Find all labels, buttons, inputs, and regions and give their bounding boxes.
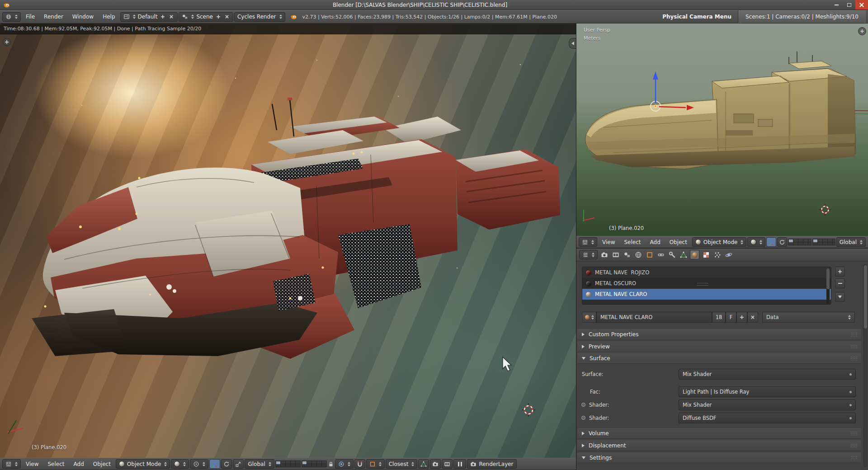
- unlink-material-button[interactable]: [747, 312, 758, 323]
- snap-normal-button[interactable]: [418, 459, 429, 469]
- lock-icon[interactable]: [328, 461, 334, 467]
- world-tab-icon[interactable]: [633, 250, 643, 259]
- material-specials-menu-button[interactable]: [835, 292, 845, 302]
- list-resize-grip[interactable]: [697, 283, 708, 286]
- menu-add[interactable]: Add: [70, 461, 88, 467]
- orientation-dropdown[interactable]: Global: [245, 459, 274, 469]
- menu-object[interactable]: Object: [89, 461, 115, 467]
- panel-surface[interactable]: Surface: [577, 353, 861, 364]
- render-engine-dropdown[interactable]: Cycles Render: [234, 12, 285, 22]
- delete-layout-icon[interactable]: [168, 14, 175, 20]
- menu-help[interactable]: Help: [99, 14, 119, 20]
- add-material-slot-button[interactable]: [835, 267, 845, 277]
- mode-dropdown[interactable]: Object Mode: [116, 459, 170, 469]
- snap-target-dropdown[interactable]: Closest: [386, 459, 418, 469]
- orientation-dropdown-3d[interactable]: Global: [836, 237, 866, 247]
- physics-tab-icon[interactable]: [724, 250, 733, 259]
- add-layout-icon[interactable]: [160, 14, 166, 20]
- material-users-count-button[interactable]: 18: [712, 312, 726, 323]
- particles-tab-icon[interactable]: [712, 250, 722, 259]
- translate-icon: [768, 239, 774, 245]
- shader1-socket-icon[interactable]: [581, 403, 585, 407]
- menu-window[interactable]: Window: [68, 14, 98, 20]
- material-tab-icon[interactable]: [690, 250, 699, 259]
- panel-volume[interactable]: Volume: [577, 428, 861, 439]
- layers-widget[interactable]: [275, 461, 301, 467]
- menu-file[interactable]: File: [22, 14, 39, 20]
- render-layer-dropdown[interactable]: RenderLayer: [467, 459, 516, 469]
- shader1-dropdown[interactable]: Mix Shader: [679, 400, 856, 410]
- minimize-button[interactable]: [830, 0, 843, 9]
- manipulator-scale-button[interactable]: [233, 459, 244, 469]
- maximize-button[interactable]: [843, 0, 855, 9]
- manipulator-translate-button-3d[interactable]: [766, 237, 776, 247]
- new-material-button[interactable]: [736, 312, 747, 323]
- pivot-dropdown[interactable]: [190, 459, 208, 469]
- add-scene-icon[interactable]: [215, 14, 222, 20]
- menu-select[interactable]: Select: [43, 461, 68, 467]
- editor-type-selector-props[interactable]: [579, 250, 598, 259]
- object-tab-icon[interactable]: [645, 250, 654, 259]
- menu-render[interactable]: Render: [40, 14, 67, 20]
- delete-scene-icon[interactable]: [224, 14, 230, 20]
- pause-button[interactable]: [453, 459, 466, 469]
- editor-type-selector-3d[interactable]: [2, 459, 21, 469]
- menu-select-3d[interactable]: Select: [620, 239, 645, 245]
- snap-magnet-button[interactable]: [354, 459, 365, 469]
- render-viewport[interactable]: Time:08:30.68 | Mem:92.05M, Peak:92.05M …: [0, 24, 576, 458]
- material-slot-row-selected[interactable]: METAL NAVE CLARO: [582, 289, 831, 300]
- layers-widget-3d-2[interactable]: [812, 239, 835, 245]
- remove-material-slot-button[interactable]: [835, 278, 845, 288]
- viewport-shading-dropdown-3d[interactable]: [747, 237, 765, 247]
- ship-model[interactable]: [585, 52, 856, 169]
- material-name-field[interactable]: METAL NAVE CLARO: [596, 312, 712, 323]
- physical-camera-menu-label[interactable]: Physical Camera Menu: [657, 14, 737, 20]
- mode-dropdown-3d[interactable]: Object Mode: [692, 237, 747, 247]
- panel-preview[interactable]: Preview: [577, 341, 861, 352]
- fac-input-dropdown[interactable]: Light Path | Is Diffuse Ray: [679, 386, 856, 397]
- scene-tab-icon[interactable]: [622, 250, 632, 259]
- render-layers-tab-icon[interactable]: [611, 250, 620, 259]
- modifiers-tab-icon[interactable]: [667, 250, 677, 259]
- scene-selector[interactable]: Scene: [179, 12, 233, 22]
- material-list-scrollbar[interactable]: [826, 268, 830, 304]
- editor-type-selector-info[interactable]: [2, 12, 21, 22]
- menu-view[interactable]: View: [22, 461, 42, 467]
- fake-user-button[interactable]: F: [726, 312, 736, 323]
- region-expand-button[interactable]: [569, 38, 576, 49]
- panel-settings[interactable]: Settings: [577, 452, 861, 463]
- material-slot-row[interactable]: METAL NAVE ROJIZO: [582, 267, 831, 278]
- render-still-button[interactable]: [430, 459, 441, 469]
- properties-region-expand-button[interactable]: [858, 27, 866, 35]
- properties-scrollbar[interactable]: [863, 264, 868, 467]
- texture-tab-icon[interactable]: [701, 250, 711, 259]
- screen-layout-selector[interactable]: Default: [120, 12, 178, 22]
- object-data-tab-icon[interactable]: [679, 250, 688, 259]
- shader2-dropdown[interactable]: Diffuse BSDF: [679, 413, 856, 423]
- manipulator-rotate-button[interactable]: [221, 459, 232, 469]
- layers-widget-3d[interactable]: [788, 239, 811, 245]
- editor-type-selector-3d-right[interactable]: [579, 237, 597, 247]
- viewport-shading-dropdown[interactable]: [171, 459, 189, 469]
- menu-view-3d[interactable]: View: [598, 239, 619, 245]
- shader2-socket-icon[interactable]: [581, 416, 585, 420]
- manipulator-translate-button[interactable]: [209, 459, 220, 469]
- material-link-dropdown[interactable]: Data: [762, 312, 855, 323]
- manipulator-rotate-button-3d[interactable]: [777, 237, 787, 247]
- menu-add-3d[interactable]: Add: [646, 239, 665, 245]
- panel-custom-properties[interactable]: Custom Properties: [577, 329, 861, 340]
- layers-widget-2[interactable]: [302, 461, 327, 467]
- toolshelf-expand-button[interactable]: [3, 38, 11, 46]
- viewport-3d[interactable]: User Persp Meters (3) Plane.020: [576, 24, 868, 236]
- panel-displacement[interactable]: Displacement: [577, 440, 861, 451]
- material-browse-button[interactable]: [582, 312, 596, 323]
- render-animation-button[interactable]: [442, 459, 453, 469]
- surface-shader-dropdown[interactable]: Mix Shader: [679, 369, 856, 380]
- close-button[interactable]: [855, 0, 868, 9]
- constraints-tab-icon[interactable]: [656, 250, 665, 259]
- material-datablock-row: METAL NAVE CLARO 18 F Data: [582, 312, 856, 323]
- render-tab-icon[interactable]: [599, 250, 609, 259]
- proportional-edit-dropdown[interactable]: [335, 459, 354, 469]
- menu-object-3d[interactable]: Object: [665, 239, 691, 245]
- snap-element-dropdown[interactable]: [366, 459, 385, 469]
